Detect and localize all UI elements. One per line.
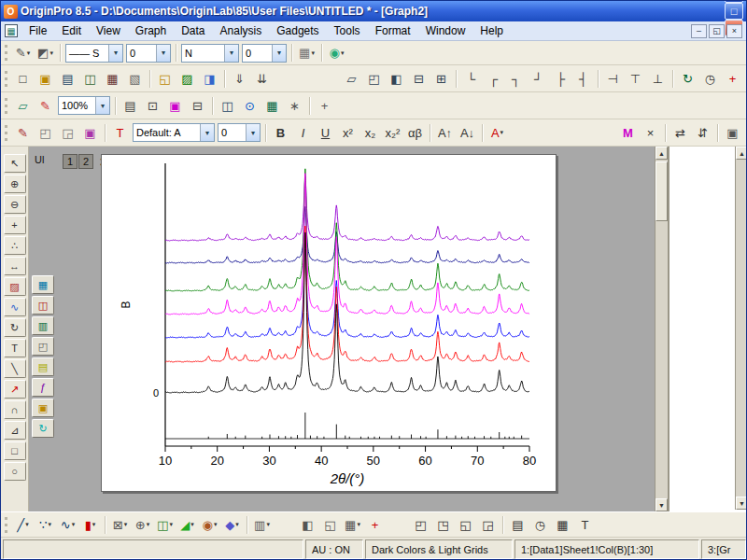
menu-analysis[interactable]: Analysis [213, 21, 270, 40]
bold-button[interactable]: B [270, 122, 291, 143]
curve-tool-button[interactable]: ∩ [4, 400, 26, 419]
object-folder-button[interactable]: ▣ [32, 399, 54, 417]
new-project-button[interactable]: □ [12, 68, 34, 89]
line-width-combo[interactable]: 0▾ [126, 44, 171, 63]
toolbar-grip[interactable] [5, 517, 7, 533]
pointer-tool-button[interactable]: ↖ [4, 154, 26, 173]
font-size-combo-arrow-icon[interactable]: ▾ [246, 124, 260, 141]
zoom-out-tool-button[interactable]: ⊖ [4, 195, 26, 214]
new-table-button[interactable]: ▦ [552, 514, 573, 535]
import-ascii-button[interactable]: ⇊ [251, 68, 273, 89]
find-button[interactable]: ⊙ [239, 95, 261, 116]
date-time-stamp-button[interactable]: ◷ [529, 514, 551, 535]
color-palette-dropdown-dropdown-icon[interactable]: ▾ [341, 49, 345, 57]
axis-top-right-frame-button[interactable]: ┐ [505, 68, 527, 89]
menu-tools[interactable]: Tools [327, 21, 368, 40]
child-restore-button[interactable]: ◱ [709, 24, 725, 38]
text-tool-button[interactable]: T [109, 122, 131, 143]
hatch-pattern-dropdown-button[interactable]: ▦▾ [296, 43, 317, 63]
add-window-button[interactable]: + [722, 68, 743, 89]
polyline-tool-button[interactable]: ⊿ [4, 421, 26, 440]
toolbar-grip[interactable] [5, 71, 7, 87]
object-layout-button[interactable]: ◰ [32, 337, 54, 356]
zoom-combo-arrow-icon[interactable]: ▾ [95, 97, 109, 114]
menu-graph[interactable]: Graph [128, 21, 174, 40]
format-painter-button[interactable]: ✎ [12, 122, 34, 143]
align-bottom-button[interactable]: ⊥ [647, 68, 669, 89]
xrd-chart[interactable]: 10203040506070802θ/(°)B0 [102, 155, 556, 491]
object-recycle-button[interactable]: ↻ [32, 419, 54, 438]
rectangle-tool-button[interactable]: □ [4, 441, 26, 460]
increase-font-button[interactable]: A↑ [434, 122, 456, 143]
align-top-button[interactable]: ⊤ [625, 68, 646, 89]
font-combo-arrow-icon[interactable]: ▾ [200, 124, 214, 141]
pen-color-dropdown-button[interactable]: ✎▾ [12, 43, 34, 63]
new-folder-button[interactable]: ▣ [35, 68, 56, 89]
scroll-up-icon[interactable]: ▲ [736, 147, 747, 160]
line-symbol-plot-button[interactable]: ∿▾ [57, 514, 78, 535]
scroll-down-icon[interactable]: ▼ [736, 497, 747, 510]
line-style-combo[interactable]: —— S▾ [65, 44, 123, 63]
statistics-plot-button[interactable]: ◫▾ [154, 514, 176, 535]
text-annotation-tool-button[interactable]: T [4, 339, 26, 357]
panel-vertical-scrollbar[interactable]: ▲ ▼ [735, 147, 747, 510]
axis-bottom-left-frame-button[interactable]: └ [460, 68, 482, 89]
screen-reader-tool-button[interactable]: + [4, 216, 26, 234]
add-inset-graph-button[interactable]: ◱ [455, 514, 476, 535]
duplicate-window-button[interactable]: ▱ [341, 68, 362, 89]
menu-help[interactable]: Help [472, 21, 511, 40]
menu-gadgets[interactable]: Gadgets [269, 21, 326, 40]
add-left-axis-button[interactable]: ├ [550, 68, 571, 89]
format-brush-button[interactable]: ✎ [35, 95, 56, 116]
print-preview-button[interactable]: ⊡ [142, 95, 163, 116]
greek-symbols-button[interactable]: αβ [404, 122, 426, 143]
child-close-button[interactable]: × [726, 24, 742, 38]
add-top-x-layer-button[interactable]: ◰ [410, 514, 431, 535]
scroll-down-icon[interactable]: ▼ [655, 498, 668, 511]
new-text-button[interactable]: T [574, 514, 596, 535]
object-worksheet-button[interactable]: ▦ [32, 275, 54, 294]
layout-horizontal-button[interactable]: ◧ [386, 68, 407, 89]
font-size-combo[interactable]: 0▾ [218, 123, 261, 142]
axis-bottom-right-frame-button[interactable]: ┘ [528, 68, 549, 89]
font-color-dropdown-button[interactable]: A▾ [486, 122, 508, 143]
font-combo[interactable]: Default: A▾ [133, 123, 215, 142]
graph-page[interactable]: 10203040506070802θ/(°)B0 [101, 154, 557, 492]
project-explorer-button[interactable]: ◫ [217, 95, 238, 116]
style-stamp-button[interactable]: ▣ [79, 122, 101, 143]
lock-button[interactable]: ▣ [722, 122, 743, 143]
date-time-button[interactable]: ◷ [699, 68, 721, 89]
color-manager-button[interactable]: ▣ [164, 95, 186, 116]
merge-graphs-button[interactable]: ⊟ [187, 95, 208, 116]
object-graph-button[interactable]: ◫ [32, 296, 54, 315]
menu-file[interactable]: File [21, 21, 54, 40]
xrd-curve-pattern-5[interactable] [165, 169, 529, 291]
import-wizard-button[interactable]: ⇓ [229, 68, 250, 89]
underline-button[interactable]: U [315, 122, 336, 143]
open-excel-button[interactable]: ▨ [176, 68, 198, 89]
line-width-combo-arrow-icon[interactable]: ▾ [156, 45, 170, 62]
scrollbar-thumb[interactable] [655, 161, 668, 221]
circle-tool-button[interactable]: ○ [4, 462, 26, 481]
contour-plot-dropdown-icon[interactable]: ▾ [214, 521, 218, 528]
duplicate-page-button[interactable]: ▱ [12, 95, 34, 116]
toolbar-grip[interactable] [5, 45, 7, 61]
polar-plot-dropdown-icon[interactable]: ▾ [147, 521, 150, 528]
rotate-tool-button[interactable]: ↻ [4, 318, 26, 337]
fill-color-dropdown-button[interactable]: ◩▾ [35, 43, 56, 63]
menu-data[interactable]: Data [174, 21, 212, 40]
result-log-button[interactable]: ▦ [261, 95, 283, 116]
statistics-plot-dropdown-icon[interactable]: ▾ [169, 521, 173, 528]
object-function-button[interactable]: ƒ [32, 378, 54, 397]
contour-plot-button[interactable]: ◉▾ [199, 514, 220, 535]
line-symbol-plot-dropdown-icon[interactable]: ▾ [72, 521, 76, 528]
save-project-button[interactable]: ◨ [199, 68, 220, 89]
column-plot-dropdown-icon[interactable]: ▾ [92, 521, 96, 528]
add-right-y-layer-button[interactable]: ◳ [432, 514, 454, 535]
new-color-scale-button[interactable]: + [364, 514, 386, 535]
swap-vertical-button[interactable]: ⇵ [692, 122, 713, 143]
new-matrix-button[interactable]: ▦ [102, 68, 123, 89]
plot-3d-button[interactable]: ◆▾ [221, 514, 243, 535]
maximize-button[interactable]: □ [725, 3, 743, 20]
new-notes-button[interactable]: ▧ [124, 68, 146, 89]
